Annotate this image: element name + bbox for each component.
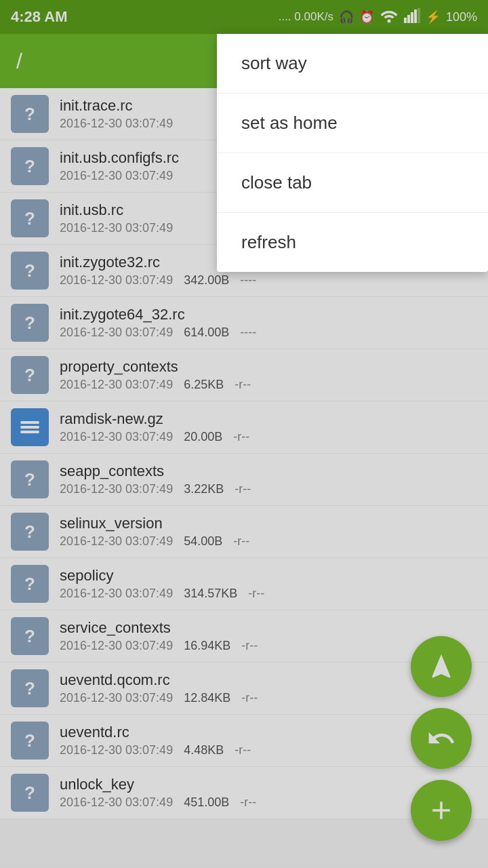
menu-item-refresh[interactable]: refresh xyxy=(217,213,488,272)
menu-item-set-as-home[interactable]: set as home xyxy=(217,94,488,153)
menu-item-close-tab[interactable]: close tab xyxy=(217,153,488,213)
menu-item-sort-way[interactable]: sort way xyxy=(217,34,488,94)
dropdown-menu: sort wayset as homeclose tabrefresh xyxy=(217,34,488,272)
